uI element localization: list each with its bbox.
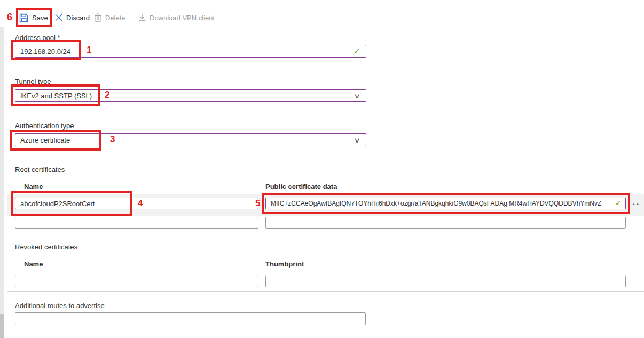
root-cert-data-input[interactable] [265,198,626,209]
discard-label: Discard [66,14,90,22]
revoked-certificates-title: Revoked certificates [15,243,77,251]
revoked-name-input[interactable] [15,276,258,287]
authentication-type-label: Authentication type [15,122,74,130]
row-more-menu-icon[interactable]: ·· [632,202,640,207]
root-cert-data-input-empty[interactable] [265,217,626,229]
root-certificates-title: Root certificates [15,166,65,174]
root-cert-data-header: Public certificate data [265,183,337,191]
address-pool-input[interactable] [15,45,366,58]
chevron-down-icon: ∨ [354,92,361,100]
root-cert-name-input-empty[interactable] [15,217,258,229]
discard-x-icon [55,14,62,21]
root-cert-name-header: Name [24,183,43,191]
section-divider [7,231,644,231]
revoked-name-header: Name [24,260,43,268]
delete-label: Delete [105,14,125,22]
root-cert-name-input[interactable] [15,198,258,209]
delete-button[interactable]: Delete [95,11,125,25]
save-button[interactable]: Save [19,11,48,25]
download-label: Download VPN client [150,14,215,22]
download-icon [138,13,146,22]
authentication-type-value: Azure certificate [20,136,70,144]
toolbar-divider [7,28,644,28]
address-pool-label: Address pool * [15,34,60,42]
authentication-type-dropdown[interactable]: Azure certificate ∨ [15,133,366,146]
additional-routes-label: Additional routes to advertise [15,302,105,310]
tunnel-type-label: Tunnel type [15,77,51,85]
save-icon [19,13,28,22]
left-scrollbar-thumb[interactable] [0,314,4,338]
revoked-thumbprint-header: Thumbprint [265,260,304,268]
save-label: Save [32,14,48,22]
tunnel-type-value: IKEv2 and SSTP (SSL) [20,92,92,100]
trash-icon [95,13,101,22]
p2s-configuration-page: 6 Save Discard Delete [0,0,644,338]
download-vpn-client-button[interactable]: Download VPN client [138,11,215,25]
section-divider [7,291,644,292]
left-scrollbar-track [0,27,4,338]
annotation-number-6: 6 [7,12,12,23]
chevron-down-icon: ∨ [354,136,361,144]
revoked-thumbprint-input[interactable] [265,276,626,287]
discard-button[interactable]: Discard [55,11,90,25]
tunnel-type-dropdown[interactable]: IKEv2 and SSTP (SSL) ∨ [15,89,366,102]
additional-routes-input[interactable] [15,312,366,325]
